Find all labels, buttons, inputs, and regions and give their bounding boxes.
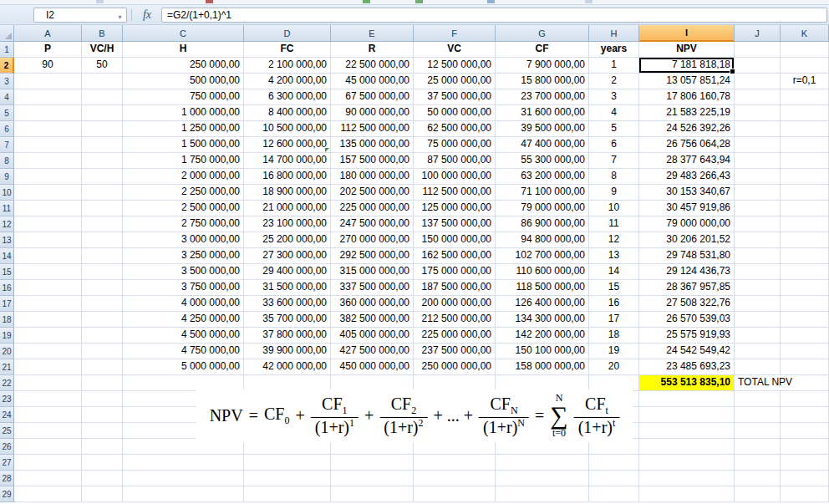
cell-G3[interactable]: 15 800 000,00 [496,74,589,89]
cell-J22[interactable]: TOTAL NPV [735,375,781,391]
cell-H5[interactable]: 4 [589,105,639,121]
cell-C29[interactable] [123,486,244,502]
cell-B13[interactable] [82,232,123,248]
cell-I7[interactable]: 26 756 064,28 [639,137,735,153]
cell-C27[interactable] [123,455,244,471]
row-header-12[interactable]: 12 [0,216,14,232]
cell-F10[interactable]: 112 500 000,00 [414,185,496,201]
cell-F16[interactable]: 187 500 000,00 [414,280,496,296]
cell-G6[interactable]: 39 500 000,00 [496,121,589,137]
cell-F1[interactable]: VC [414,42,496,58]
cell-C10[interactable]: 2 250 000,00 [123,185,244,201]
cell-H18[interactable]: 17 [589,312,639,328]
cell-K7[interactable] [781,137,829,153]
cell-H21[interactable]: 20 [589,359,639,375]
cell-F14[interactable]: 162 500 000,00 [414,248,496,264]
cell-E16[interactable]: 337 500 000,00 [331,280,414,296]
cell-I5[interactable]: 21 583 225,19 [639,105,735,121]
cell-A27[interactable] [14,455,82,471]
row-header-21[interactable]: 21 [0,359,14,375]
row-header-3[interactable]: 3 [0,74,14,89]
cell-I11[interactable]: 30 457 919,86 [639,201,735,216]
cell-I20[interactable]: 24 542 549,42 [639,344,735,359]
cell-I28[interactable] [639,471,735,486]
cell-G14[interactable]: 102 700 000,00 [496,248,589,264]
cell-C17[interactable]: 4 000 000,00 [123,296,244,312]
cell-J21[interactable] [735,359,781,375]
cell-I24[interactable] [639,407,735,423]
cell-J6[interactable] [735,121,781,137]
cell-D4[interactable]: 6 300 000,00 [244,89,331,105]
row-header-20[interactable]: 20 [0,344,14,359]
cell-H7[interactable]: 6 [589,137,639,153]
cell-I10[interactable]: 30 153 340,67 [639,185,735,201]
cell-A24[interactable] [14,407,82,423]
cell-D13[interactable]: 25 200 000,00 [244,232,331,248]
cell-D3[interactable]: 4 200 000,00 [244,74,331,89]
cell-F7[interactable]: 75 000 000,00 [414,137,496,153]
row-header-23[interactable]: 23 [0,391,14,407]
cell-I16[interactable]: 28 367 957,85 [639,280,735,296]
cell-H19[interactable]: 18 [589,328,639,344]
cell-J12[interactable] [735,216,781,232]
cell-B5[interactable] [82,105,123,121]
cell-G13[interactable]: 94 800 000,00 [496,232,589,248]
cell-D6[interactable]: 10 500 000,00 [244,121,331,137]
cell-G1[interactable]: CF [496,42,589,58]
cell-H3[interactable]: 2 [589,74,639,89]
cell-B6[interactable] [82,121,123,137]
row-header-5[interactable]: 5 [0,105,14,121]
insert-function-button[interactable]: fx [135,8,159,23]
cell-D2[interactable]: 2 100 000,00 [244,58,331,74]
cell-E10[interactable]: 202 500 000,00 [331,185,414,201]
cell-J1[interactable] [735,42,781,58]
cell-D19[interactable]: 37 800 000,00 [244,328,331,344]
cell-K5[interactable] [781,105,829,121]
cell-D29[interactable] [244,486,331,502]
cell-F5[interactable]: 50 000 000,00 [414,105,496,121]
cell-B21[interactable] [82,359,123,375]
cell-B24[interactable] [82,407,123,423]
cell-A17[interactable] [14,296,82,312]
cell-A12[interactable] [14,216,82,232]
cell-G20[interactable]: 150 100 000,00 [496,344,589,359]
cell-H1[interactable]: years [589,42,639,58]
cell-K18[interactable] [781,312,829,328]
cell-A16[interactable] [14,280,82,296]
cell-B19[interactable] [82,328,123,344]
row-header-24[interactable]: 24 [0,407,14,423]
cell-J5[interactable] [735,105,781,121]
cell-H6[interactable]: 5 [589,121,639,137]
row-header-7[interactable]: 7 [0,137,14,153]
cell-B8[interactable] [82,153,123,169]
row-header-16[interactable]: 16 [0,280,14,296]
cell-E7[interactable]: 135 000 000,00 [331,137,414,153]
cell-H13[interactable]: 12 [589,232,639,248]
cell-B22[interactable] [82,375,123,391]
cell-J15[interactable] [735,264,781,280]
cell-K11[interactable] [781,201,829,216]
cell-I21[interactable]: 23 485 693,23 [639,359,735,375]
cell-F21[interactable]: 250 000 000,00 [414,359,496,375]
cell-F19[interactable]: 225 000 000,00 [414,328,496,344]
cell-A7[interactable] [14,137,82,153]
cell-B14[interactable] [82,248,123,264]
cell-J10[interactable] [735,185,781,201]
cell-K8[interactable] [781,153,829,169]
cell-F18[interactable]: 212 500 000,00 [414,312,496,328]
cell-I15[interactable]: 29 124 436,73 [639,264,735,280]
column-header-H[interactable]: H [589,25,639,42]
cell-B3[interactable] [82,74,123,89]
cell-K26[interactable] [781,439,829,455]
cell-F11[interactable]: 125 000 000,00 [414,201,496,216]
cell-J8[interactable] [735,153,781,169]
cell-D16[interactable]: 31 500 000,00 [244,280,331,296]
cell-D5[interactable]: 8 400 000,00 [244,105,331,121]
cell-B9[interactable] [82,169,123,185]
row-header-8[interactable]: 8 [0,153,14,169]
cell-H11[interactable]: 10 [589,201,639,216]
cell-D12[interactable]: 23 100 000,00 [244,216,331,232]
column-header-F[interactable]: F [414,25,496,42]
row-header-6[interactable]: 6 [0,121,14,137]
cell-D17[interactable]: 33 600 000,00 [244,296,331,312]
